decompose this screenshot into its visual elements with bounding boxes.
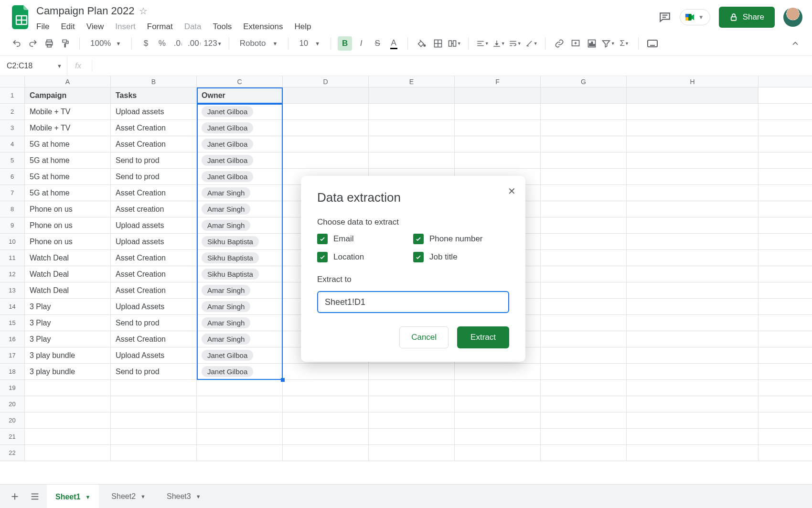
cell-H9[interactable] <box>627 217 759 233</box>
people-chip[interactable]: Amar Singh <box>202 301 250 312</box>
extract-button[interactable]: Extract <box>457 326 509 348</box>
redo-icon[interactable] <box>26 36 40 51</box>
cell-D22[interactable] <box>283 445 369 461</box>
paint-format-icon[interactable] <box>58 36 73 51</box>
cell-G15[interactable] <box>541 315 627 331</box>
share-button[interactable]: Share <box>719 7 775 28</box>
col-head-D[interactable]: D <box>283 76 369 87</box>
cell-A12[interactable]: Watch Deal <box>25 266 111 282</box>
cell-F3[interactable] <box>455 120 541 136</box>
people-chip[interactable]: Sikhu Baptista <box>202 269 259 280</box>
cell-A13[interactable]: Watch Deal <box>25 282 111 298</box>
filter-icon[interactable]: ▼ <box>601 36 615 51</box>
strikethrough-button[interactable]: S <box>370 36 385 51</box>
cell-C14[interactable]: Amar Singh <box>197 299 283 314</box>
functions-icon[interactable]: Σ▼ <box>617 36 631 51</box>
cell-A7[interactable]: 5G at home <box>25 185 111 201</box>
cell-H1[interactable] <box>627 87 759 103</box>
cell-G20[interactable] <box>541 412 627 428</box>
percent-icon[interactable]: % <box>155 36 169 51</box>
row-head[interactable]: 5 <box>0 152 25 168</box>
checkbox-email[interactable]: Email <box>317 234 413 244</box>
italic-button[interactable]: I <box>354 36 368 51</box>
row-head[interactable]: 7 <box>0 185 25 201</box>
cell-F21[interactable] <box>455 429 541 444</box>
add-sheet-icon[interactable] <box>7 488 23 505</box>
cell-H22[interactable] <box>627 445 759 461</box>
cell-A18[interactable]: 3 play bundle <box>25 364 111 379</box>
cell-A11[interactable]: Watch Deal <box>25 250 111 266</box>
cell-H20[interactable] <box>627 412 759 428</box>
select-all-corner[interactable] <box>0 76 25 87</box>
cell-C21[interactable] <box>197 429 283 444</box>
checkbox-phone[interactable]: Phone number <box>413 234 509 244</box>
cell-B1[interactable]: Tasks <box>111 87 197 103</box>
cell-A1[interactable]: Campaign <box>25 87 111 103</box>
cell-H10[interactable] <box>627 234 759 249</box>
meet-button[interactable]: ▼ <box>680 9 710 25</box>
cell-B10[interactable]: Upload assets <box>111 234 197 249</box>
cell-H15[interactable] <box>627 315 759 331</box>
cell-A3[interactable]: Mobile + TV <box>25 120 111 136</box>
increase-decimal-icon[interactable]: .00↑ <box>187 36 202 51</box>
cell-C13[interactable]: Amar Singh <box>197 282 283 298</box>
row-head[interactable]: 17 <box>0 347 25 363</box>
cell-C11[interactable]: Sikhu Baptista <box>197 250 283 266</box>
cell-H8[interactable] <box>627 201 759 217</box>
row-head[interactable]: 20 <box>0 412 25 428</box>
cell-E4[interactable] <box>369 136 455 152</box>
cell-A22[interactable] <box>25 445 111 461</box>
cell-C2[interactable]: Janet Gilboa <box>197 104 283 119</box>
currency-icon[interactable]: $ <box>139 36 153 51</box>
cell-H7[interactable] <box>627 185 759 201</box>
cell-A10[interactable]: Phone on us <box>25 234 111 249</box>
cell-G2[interactable] <box>541 104 627 119</box>
cell-B17[interactable]: Upload Assets <box>111 347 197 363</box>
cell-A20[interactable] <box>25 412 111 428</box>
cell-B20[interactable] <box>111 412 197 428</box>
fill-color-icon[interactable] <box>415 36 429 51</box>
menu-help[interactable]: Help <box>294 22 311 32</box>
cell-A19[interactable] <box>25 380 111 396</box>
cell-F18[interactable] <box>455 364 541 379</box>
cell-A21[interactable] <box>25 429 111 444</box>
checkbox-job-title[interactable]: Job title <box>413 252 509 262</box>
cell-H17[interactable] <box>627 347 759 363</box>
cell-C20[interactable] <box>197 396 283 412</box>
cell-H11[interactable] <box>627 250 759 266</box>
extract-to-input[interactable] <box>317 291 509 313</box>
cell-B5[interactable]: Send to prod <box>111 152 197 168</box>
cell-H2[interactable] <box>627 104 759 119</box>
menu-edit[interactable]: Edit <box>61 22 75 32</box>
cell-D20[interactable] <box>283 412 369 428</box>
cell-G19[interactable] <box>541 380 627 396</box>
cell-H4[interactable] <box>627 136 759 152</box>
cell-D18[interactable] <box>283 364 369 379</box>
cell-C6[interactable]: Janet Gilboa <box>197 169 283 184</box>
cell-G21[interactable] <box>541 429 627 444</box>
document-title[interactable]: Campaign Plan 2022 <box>36 5 134 17</box>
merge-cells-icon[interactable]: ▼ <box>447 36 461 51</box>
account-avatar[interactable] <box>783 8 802 27</box>
menu-format[interactable]: Format <box>147 22 173 32</box>
cell-H12[interactable] <box>627 266 759 282</box>
cell-B9[interactable]: Upload assets <box>111 217 197 233</box>
menu-data[interactable]: Data <box>184 22 202 32</box>
cell-E3[interactable] <box>369 120 455 136</box>
cell-H21[interactable] <box>627 429 759 444</box>
cell-G13[interactable] <box>541 282 627 298</box>
font-select[interactable]: Roboto▼ <box>236 39 282 48</box>
cell-C15[interactable]: Amar Singh <box>197 315 283 331</box>
row-head[interactable]: 12 <box>0 266 25 282</box>
row-head[interactable]: 6 <box>0 169 25 184</box>
sheets-logo-icon[interactable] <box>10 4 33 31</box>
cell-D21[interactable] <box>283 429 369 444</box>
cell-G17[interactable] <box>541 347 627 363</box>
cell-C5[interactable]: Janet Gilboa <box>197 152 283 168</box>
star-icon[interactable]: ☆ <box>139 5 148 17</box>
cell-D19[interactable] <box>283 380 369 396</box>
name-box[interactable]: C2:C18 ▼ <box>0 62 67 70</box>
cell-D5[interactable] <box>283 152 369 168</box>
cancel-button[interactable]: Cancel <box>399 326 449 348</box>
cell-D20[interactable] <box>283 396 369 412</box>
